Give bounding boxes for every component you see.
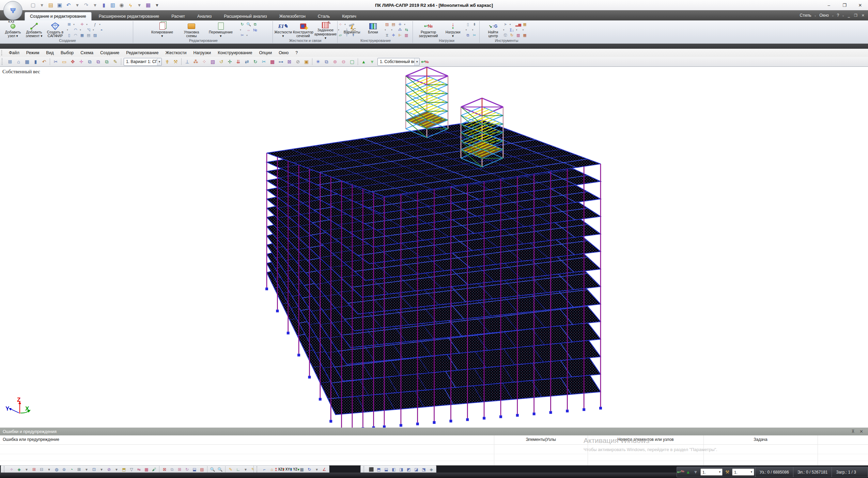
sel-undo-icon[interactable]: ⊠ bbox=[161, 466, 168, 473]
app-logo-icon[interactable]: Ψ bbox=[3, 1, 22, 20]
wall-gen-icon[interactable]: ▤ bbox=[86, 33, 92, 38]
pack-scheme-button[interactable]: Упаковка схемы bbox=[181, 21, 202, 38]
split-view-icon[interactable]: ◍ bbox=[53, 466, 60, 473]
ribbon-tab[interactable]: Анализ bbox=[192, 12, 217, 20]
sel-rotate-icon[interactable]: ↻ bbox=[184, 466, 190, 473]
strip-load-icon[interactable]: ⇟ bbox=[471, 22, 478, 27]
cube-top-icon[interactable]: ⬒ bbox=[375, 466, 382, 473]
chevron-down-icon[interactable]: ▾ bbox=[83, 466, 90, 473]
support-icon[interactable]: ⊥ bbox=[183, 58, 191, 66]
chevron-down-icon[interactable]: ▾ bbox=[92, 27, 95, 32]
zoom-in-icon[interactable]: 🔍 bbox=[209, 466, 216, 473]
add-element-button[interactable]: Добавить элемент ▾ bbox=[24, 21, 44, 38]
next-loadcase-button[interactable]: ▼ bbox=[692, 469, 699, 475]
lightning-icon[interactable]: ϟ bbox=[127, 1, 134, 9]
cube-bottom-icon[interactable]: ◪ bbox=[413, 466, 420, 473]
quad2-icon[interactable]: ▦ bbox=[522, 33, 528, 38]
window-menu[interactable]: Окно bbox=[819, 13, 829, 18]
plate-gen-icon[interactable]: ▦ bbox=[79, 33, 85, 38]
add-node-icon[interactable]: ✛ bbox=[77, 58, 85, 66]
caret-icon[interactable]: ▾ bbox=[74, 1, 81, 9]
surface-gen-icon[interactable]: ◠ bbox=[73, 27, 79, 32]
docs-icon[interactable]: ⧉ bbox=[323, 58, 330, 66]
delete-results-icon[interactable]: ⊘ bbox=[294, 58, 302, 66]
ibeam-icon[interactable]: Ɪ bbox=[384, 33, 390, 38]
ribbon-tab[interactable]: Расчет bbox=[166, 12, 190, 20]
scissors-icon[interactable]: ✂ bbox=[239, 33, 245, 38]
open-icon[interactable]: ▤ bbox=[47, 1, 55, 9]
mark-select-icon[interactable]: ◔ bbox=[68, 466, 75, 473]
copy-load-icon[interactable]: ⧉ bbox=[465, 33, 471, 38]
cut-icon[interactable]: ✂ bbox=[52, 58, 60, 66]
chevron-down-icon[interactable]: ▾ bbox=[66, 27, 69, 32]
chevron-down-icon[interactable]: ▾ bbox=[98, 466, 105, 473]
view-yz-button[interactable]: ↥YZ▾ bbox=[291, 466, 298, 473]
menu-item[interactable]: Окно bbox=[275, 49, 292, 56]
menu-item[interactable]: Схема bbox=[77, 49, 97, 56]
snap-icon[interactable]: ✢ bbox=[226, 58, 234, 66]
orbit-icon[interactable]: ↻ bbox=[509, 33, 515, 38]
column-icon[interactable]: ▮ bbox=[32, 58, 40, 66]
exchange-icon[interactable]: ⇆ bbox=[403, 27, 409, 32]
chevron-down-icon[interactable]: ▾ bbox=[79, 27, 82, 32]
drag-handle[interactable] bbox=[1, 50, 4, 56]
tp-icon[interactable]: ⊩ bbox=[397, 33, 403, 38]
chevron-down-icon[interactable]: ▾ bbox=[98, 22, 101, 27]
chevron-down-icon[interactable]: ▾ bbox=[509, 22, 512, 27]
assigned-reinforcement-button[interactable]: Заданное армирование ▾ bbox=[314, 21, 337, 38]
mesh-icon[interactable]: ▦ bbox=[23, 58, 31, 66]
funnel-icon[interactable]: ▽ bbox=[128, 466, 135, 473]
dome-icon[interactable]: ◓ bbox=[98, 27, 105, 32]
axes-red-icon[interactable]: ∠ bbox=[321, 466, 328, 473]
chevron-down-icon[interactable]: ▾ bbox=[515, 27, 518, 32]
prev-loadcase-button[interactable]: ▲ bbox=[360, 58, 368, 66]
chevron-down-icon[interactable]: ▾ bbox=[46, 466, 52, 473]
variant-combobox[interactable]: 1. Вариант 1: СП 63 ▼ bbox=[124, 58, 162, 66]
weights-icon[interactable]: ⇊ bbox=[234, 58, 242, 66]
chevron-down-icon[interactable]: ▾ bbox=[239, 27, 242, 32]
add-elem-icon[interactable]: ✛ bbox=[390, 33, 397, 38]
new-doc-icon[interactable]: ▢ bbox=[29, 1, 37, 9]
zoom-out-icon[interactable]: 🔍 bbox=[217, 466, 223, 473]
edit-loadcase-icon[interactable]: ↩№ bbox=[421, 58, 429, 66]
ribbon-tab[interactable]: Расширенный анализ bbox=[219, 12, 272, 20]
quad-icon[interactable]: ▦ bbox=[522, 22, 528, 27]
caret-icon[interactable]: ▾ bbox=[136, 1, 143, 9]
element-load-icon[interactable]: ⊖ bbox=[340, 58, 347, 66]
chevron-down-icon[interactable]: ▼ bbox=[157, 58, 161, 65]
histogram-icon[interactable]: ▂▅ bbox=[515, 22, 522, 27]
frame-gen-icon[interactable]: ⊞ bbox=[66, 22, 72, 27]
ribbon-tab[interactable]: Сталь bbox=[313, 12, 335, 20]
drag-handle[interactable] bbox=[4, 466, 6, 473]
cut-elements-icon[interactable]: ✂ bbox=[260, 58, 268, 66]
unify-icon[interactable]: ⊠ bbox=[285, 58, 293, 66]
doc-move-icon[interactable]: ⧉ bbox=[252, 22, 258, 27]
sheet-icon[interactable]: ▥ bbox=[403, 33, 409, 38]
truss-gen-icon[interactable]: ◹ bbox=[86, 27, 92, 32]
loads-group-icon[interactable]: ⁘ bbox=[200, 58, 208, 66]
chevron-down-icon[interactable]: ▾ bbox=[86, 22, 88, 27]
copy-button[interactable]: Копирование ▾ bbox=[149, 21, 176, 38]
add-node-button[interactable]: Добавить узел ▾ bbox=[3, 21, 23, 38]
slab-select-icon[interactable]: ⊜ bbox=[61, 466, 67, 473]
brick-icon[interactable]: ▤ bbox=[390, 22, 397, 27]
mirror-icon[interactable]: ⇔ bbox=[246, 27, 252, 32]
camera-icon[interactable]: ◉ bbox=[118, 1, 125, 9]
model-canvas[interactable]: Собственный вес ZYX bbox=[0, 66, 868, 428]
menu-item[interactable]: Нагрузки bbox=[190, 49, 214, 56]
frame-icon[interactable]: ⊞ bbox=[6, 58, 14, 66]
cube-corner-icon[interactable]: ⬔ bbox=[420, 466, 427, 473]
palette-icon[interactable]: ▩ bbox=[268, 58, 276, 66]
brush-icon[interactable]: 🖌 bbox=[151, 466, 157, 473]
chevron-down-icon[interactable]: ▾ bbox=[403, 22, 406, 27]
chevron-down-icon[interactable]: ▾ bbox=[23, 466, 30, 473]
menu-item[interactable]: Создание bbox=[97, 49, 123, 56]
chevron-down-icon[interactable]: ▾ bbox=[465, 27, 468, 32]
cursor-icon[interactable]: ➤ bbox=[502, 22, 509, 27]
area-load-icon[interactable]: ▢ bbox=[348, 58, 356, 66]
copy-doc-icon[interactable]: ⧉ bbox=[86, 58, 94, 66]
menu-item[interactable]: Выбор bbox=[57, 49, 77, 56]
move-button[interactable]: Перемещение ▾ bbox=[207, 21, 234, 38]
section-constructor-button[interactable]: Конструктор сечений bbox=[293, 21, 314, 38]
local-axes-icon[interactable]: ∟ bbox=[235, 466, 242, 473]
